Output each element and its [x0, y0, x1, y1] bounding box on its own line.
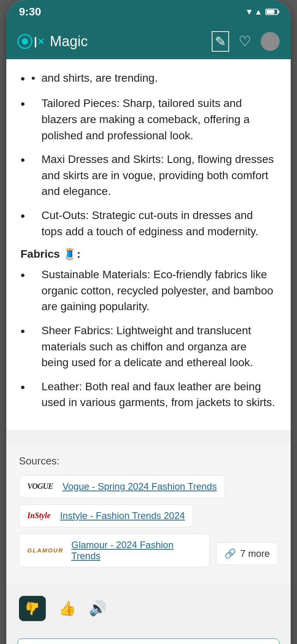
list-item: • Leather: Both real and faux leather ar…: [21, 379, 276, 411]
suggestion-primary[interactable]: Show me some affordable dresses for thes…: [17, 638, 280, 644]
list-item: • Sustainable Materials: Eco-friendly fa…: [21, 267, 276, 315]
source-glamour-link[interactable]: Glamour - 2024 Fashion Trends: [71, 539, 202, 562]
fabrics-list: • Sustainable Materials: Eco-friendly fa…: [21, 267, 276, 411]
sources-section: Sources: VOGUE Vogue - Spring 2024 Fashi…: [6, 444, 291, 585]
source-instyle-link[interactable]: Instyle - Fashion Trends 2024: [60, 510, 185, 521]
more-sources-button[interactable]: 🔗 7 more: [216, 542, 278, 565]
speaker-button[interactable]: 🔊: [89, 600, 107, 617]
header-icons: ✎ ♡: [212, 31, 280, 52]
trending-list: • and shirts, are trending. • Tailored P…: [21, 70, 276, 240]
suggestions-area: Show me some affordable dresses for thes…: [6, 632, 291, 644]
app-title: Magic: [50, 33, 88, 50]
chat-content: • and shirts, are trending. • Tailored P…: [6, 59, 291, 430]
edit-icon[interactable]: ✎: [212, 31, 229, 52]
status-icons: ▾ ▲: [247, 7, 278, 17]
glamour-logo: GLAMOUR: [27, 547, 64, 554]
battery-icon: [265, 9, 278, 15]
feedback-row: 👎 👍 🔊: [6, 596, 291, 621]
vogue-logo: VOGUE: [27, 482, 53, 491]
sources-row: GLAMOUR Glamour - 2024 Fashion Trends 🔗 …: [19, 534, 278, 574]
olx-logo: | ×: [17, 34, 44, 49]
source-card-instyle[interactable]: InStyle Instyle - Fashion Trends 2024: [19, 504, 193, 527]
source-card-vogue[interactable]: VOGUE Vogue - Spring 2024 Fashion Trends: [19, 475, 225, 498]
source-card-glamour[interactable]: GLAMOUR Glamour - 2024 Fashion Trends: [19, 534, 210, 567]
app-header: | × Magic ✎ ♡: [6, 24, 291, 59]
source-vogue-link[interactable]: Vogue - Spring 2024 Fashion Trends: [62, 481, 217, 492]
like-button[interactable]: 👍: [58, 600, 76, 617]
time-display: 9:30: [19, 6, 41, 18]
user-avatar[interactable]: [261, 32, 280, 51]
dislike-icon: 👎: [24, 601, 40, 616]
sources-label: Sources:: [19, 455, 278, 467]
list-item: • Tailored Pieces: Sharp, tailored suits…: [21, 95, 276, 144]
list-item: • Cut-Outs: Strategic cut-outs in dresse…: [21, 208, 276, 240]
header-left: | × Magic: [17, 33, 88, 50]
wifi-icon: ▾: [247, 7, 251, 17]
fabrics-heading: Fabrics 🧵:: [21, 247, 276, 260]
heart-icon[interactable]: ♡: [239, 33, 251, 50]
dislike-button[interactable]: 👎: [19, 596, 46, 621]
list-item: • Maxi Dresses and Skirts: Long, flowing…: [21, 152, 276, 200]
signal-icon: ▲: [254, 7, 262, 17]
list-item: • Sheer Fabrics: Lightweight and translu…: [21, 323, 276, 371]
status-bar: 9:30 ▾ ▲: [6, 0, 291, 24]
chain-icon: 🔗: [224, 548, 236, 559]
instyle-logo: InStyle: [27, 511, 51, 520]
list-item: • and shirts, are trending.: [21, 70, 276, 88]
more-count: 7 more: [240, 548, 270, 559]
